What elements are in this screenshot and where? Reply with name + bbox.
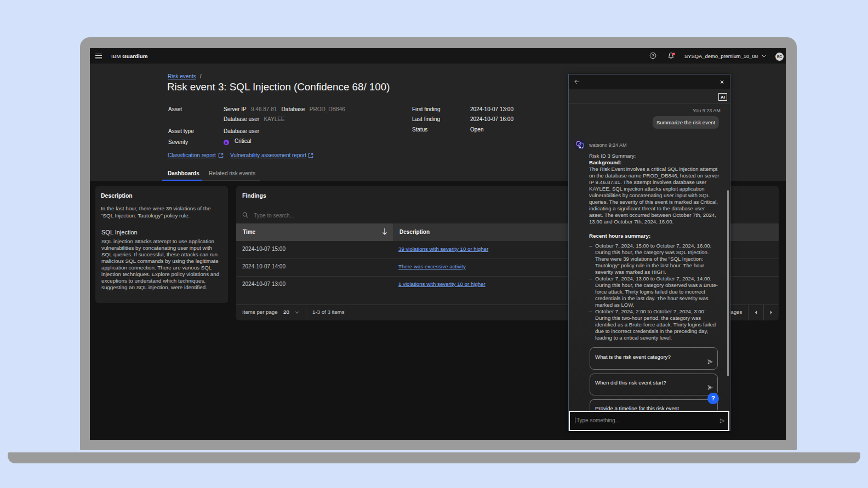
svg-text:?: ?	[652, 53, 654, 58]
